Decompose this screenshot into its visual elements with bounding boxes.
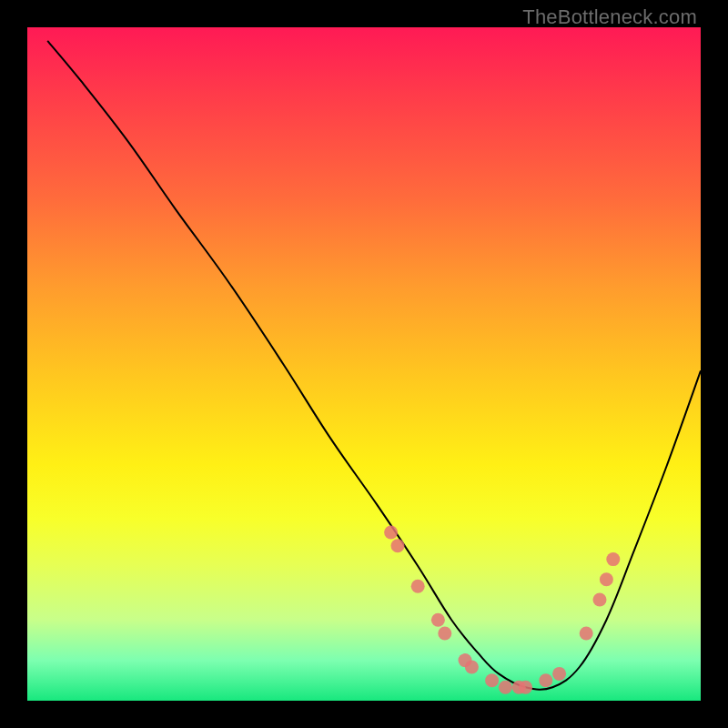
data-point	[411, 580, 425, 593]
data-point	[485, 673, 499, 687]
data-point	[391, 539, 405, 552]
bottleneck-curve	[47, 41, 701, 690]
data-point	[519, 681, 532, 694]
data-point	[438, 627, 451, 641]
data-point	[606, 552, 620, 566]
data-point	[384, 526, 398, 540]
data-point	[499, 681, 512, 694]
watermark-text: TheBottleneck.com	[522, 5, 697, 29]
chart-svg	[27, 27, 701, 701]
data-point	[580, 627, 593, 641]
data-point	[539, 673, 552, 687]
data-point	[431, 613, 445, 627]
data-point	[593, 593, 607, 607]
data-point	[552, 667, 566, 681]
data-point	[465, 661, 479, 674]
data-point	[600, 572, 613, 586]
chart-frame	[27, 27, 701, 701]
data-points-group	[384, 526, 620, 694]
